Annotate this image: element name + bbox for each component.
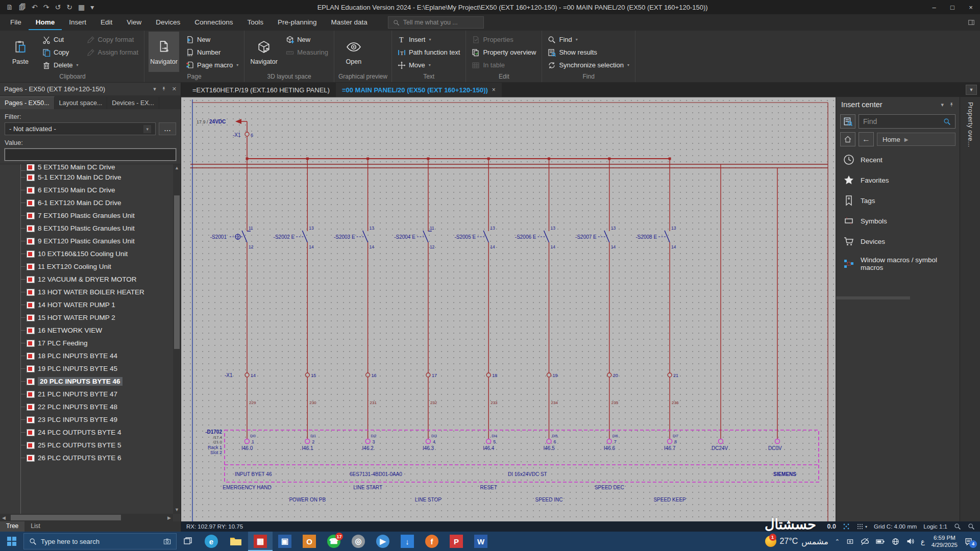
panel-tab-devices-ex-[interactable]: Devices - EX...: [107, 97, 159, 109]
taskbar-app-download-manager[interactable]: ↓: [395, 532, 420, 551]
move-button[interactable]: Move▾: [396, 59, 461, 71]
find-button[interactable]: Find▾: [546, 33, 630, 46]
grid-menu-icon[interactable]: ▾: [856, 523, 867, 530]
tree-page-item[interactable]: 16 NETWORK VIEW: [15, 324, 173, 337]
tree-page-item[interactable]: 23 PLC INPUTS BYTE 49: [15, 413, 173, 426]
tree-page-item[interactable]: 10 EXT160&150 Cooling Unit: [15, 247, 173, 260]
redo-icon[interactable]: ↺: [55, 3, 61, 11]
tree-page-item[interactable]: 7 EXT160 Plastic Granules Unit: [15, 209, 173, 222]
show-results-button[interactable]: Show results: [546, 46, 630, 59]
tab-list-dropdown[interactable]: ▼: [966, 85, 977, 95]
filter-more-button[interactable]: ...: [159, 122, 176, 135]
open-button[interactable]: Open: [338, 32, 369, 72]
tree-horizontal-scrollbar[interactable]: ◀ ▶: [0, 514, 173, 521]
copy-button[interactable]: Copy: [41, 46, 80, 59]
taskbar-app-file-explorer[interactable]: [224, 532, 248, 551]
menu-item-connections[interactable]: Connections: [187, 15, 240, 30]
panel-splitter[interactable]: [836, 296, 910, 299]
battery-icon[interactable]: [876, 538, 885, 545]
taskbar-app-eplan-app[interactable]: ▦: [248, 532, 273, 551]
navigator-button[interactable]: Navigator: [249, 32, 279, 72]
tree-page-item[interactable]: 22 PLC INPUTS BYTE 48: [15, 400, 173, 413]
value-input[interactable]: [5, 148, 176, 161]
tree-vertical-scrollbar[interactable]: ▲ ▼: [173, 164, 181, 514]
property-overview-tab[interactable]: Property ove...: [967, 102, 974, 147]
maximize-button[interactable]: □: [943, 0, 962, 14]
panel-close-icon[interactable]: ✕: [172, 86, 177, 92]
menu-item-home[interactable]: Home: [29, 15, 62, 30]
scroll-down-icon[interactable]: ▼: [175, 506, 179, 514]
new-page-icon[interactable]: 🗎: [6, 3, 13, 11]
tree-page-item[interactable]: 14 HOT WATER PUMP 1: [15, 298, 173, 311]
menu-item-pre-planning[interactable]: Pre-planning: [271, 15, 324, 30]
scroll-left-icon[interactable]: ◀: [0, 515, 8, 520]
taskbar-app-firefox[interactable]: f: [420, 532, 444, 551]
menu-item-file[interactable]: File: [3, 15, 29, 30]
number-button[interactable]: 123Number: [184, 46, 240, 59]
redo-drop-icon[interactable]: ↻: [66, 3, 72, 11]
ribbon-options-icon[interactable]: [968, 19, 975, 26]
insert-center-item-tags[interactable]: Tags: [836, 190, 960, 211]
menu-item-edit[interactable]: Edit: [93, 15, 119, 30]
clock[interactable]: 6:59 PM 4/29/2025: [932, 534, 958, 549]
network-globe-icon[interactable]: [892, 538, 899, 545]
breadcrumb[interactable]: Home ▶: [877, 133, 955, 146]
task-view-button[interactable]: [177, 532, 199, 551]
insert-find-box[interactable]: [859, 114, 955, 129]
insert-center-item-window[interactable]: Window macros / symbol macros: [836, 252, 960, 276]
insert-find-input[interactable]: [863, 117, 943, 126]
panel-tab-pages-ex50-[interactable]: Pages - EX50...: [0, 96, 55, 109]
panel-pin-icon[interactable]: 🖈: [161, 86, 167, 92]
taskbar-app-gray-app[interactable]: ◎: [346, 532, 371, 551]
filter-select[interactable]: - Not activated - ▾: [5, 122, 156, 135]
undo-icon[interactable]: ↷: [43, 3, 50, 11]
navigator-button[interactable]: Navigator: [149, 32, 179, 72]
insert-center-item-devices[interactable]: Devices: [836, 231, 960, 252]
property-overview-button[interactable]: Property overview: [470, 46, 537, 59]
tree-page-item[interactable]: 9 EXT120 Plastic Granules Unit: [15, 235, 173, 247]
document-tab[interactable]: =EXT160HET.P/19 (EXT.160 HETING PANEL): [186, 83, 336, 97]
tree-page-item[interactable]: 17 PLC Feeding: [15, 337, 173, 349]
start-button[interactable]: [0, 532, 23, 551]
new-button[interactable]: New: [284, 33, 330, 46]
panel-tab-layout-space-[interactable]: Layout space...: [55, 97, 108, 109]
tell-me-search[interactable]: Tell me what you ...: [388, 16, 484, 29]
tree-page-item[interactable]: 25 PLC OUTPUTS BYTE 5: [15, 439, 173, 452]
tree-page-item[interactable]: 6-1 EXT120 Main DC Drive: [15, 196, 173, 209]
scroll-thumb[interactable]: [174, 195, 180, 349]
tab-tree[interactable]: Tree: [0, 521, 24, 532]
path-function-text-button[interactable]: TPath function text: [396, 46, 461, 59]
visual-search-camera-icon[interactable]: [163, 538, 171, 545]
insert-center-item-symbols[interactable]: Symbols: [836, 211, 960, 231]
tab-list[interactable]: List: [24, 521, 46, 532]
schematic-canvas[interactable]: 17.9 / 24VDC-X161112-S200114-X1229DI01I4…: [181, 97, 836, 521]
zoom-in-icon[interactable]: [968, 523, 975, 530]
open-page-icon[interactable]: 🗐: [19, 3, 26, 11]
minimize-button[interactable]: –: [925, 0, 943, 14]
paste-button[interactable]: Paste: [5, 32, 36, 72]
menu-item-view[interactable]: View: [119, 15, 149, 30]
zoom-out-icon[interactable]: [954, 523, 961, 530]
tree-page-item[interactable]: 20 PLC INPUTS BYTE 46: [15, 375, 173, 388]
tree-page-item[interactable]: 26 PLC OUTPUTS BYTE 6: [15, 452, 173, 464]
panel-dropdown-icon[interactable]: ▾: [941, 102, 944, 108]
new-button[interactable]: New: [184, 33, 240, 46]
scroll-thumb-h[interactable]: [11, 515, 121, 520]
taskbar-app-blue-app[interactable]: ▣: [273, 532, 297, 551]
tree-page-item[interactable]: 13 HOT WATER BOILER HEATER: [15, 286, 173, 298]
document-tab[interactable]: =00 MAIN PANEL/20 (EX50 (EXT 160+120-150…: [336, 83, 502, 97]
tree-page-item[interactable]: 8 EXT150 Plastic Granules Unit: [15, 222, 173, 235]
tree-page-item[interactable]: 5-1 EXT120 Main DC Drive: [15, 171, 173, 184]
close-button[interactable]: ×: [962, 0, 980, 14]
taskbar-search[interactable]: Type here to search: [23, 533, 177, 549]
search-results-icon[interactable]: [840, 114, 855, 129]
home-icon[interactable]: [840, 132, 855, 146]
delete-button[interactable]: Delete▾: [41, 59, 80, 71]
undo-drop-icon[interactable]: ↶: [32, 3, 38, 11]
tree-page-item[interactable]: 21 PLC INPUTS BYTE 47: [15, 388, 173, 400]
scroll-right-icon[interactable]: ▶: [165, 515, 173, 520]
close-project-icon[interactable]: ▦: [78, 3, 85, 11]
back-arrow-icon[interactable]: ←: [859, 132, 874, 146]
taskbar-app-edge[interactable]: e: [199, 532, 224, 551]
panel-dropdown-icon[interactable]: ▾: [153, 86, 156, 92]
